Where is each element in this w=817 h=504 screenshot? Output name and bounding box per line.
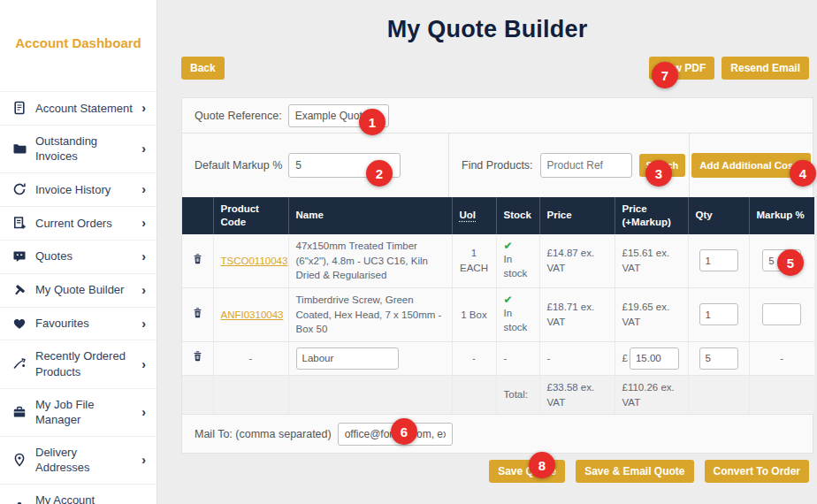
markup-input[interactable] [762, 303, 801, 325]
annotation-badge-2: 2 [366, 160, 393, 187]
table-row: TSCO0110043 47x150mm Treated Timber (6"x… [182, 234, 814, 288]
column-header-price-markup: Price (+Markup) [615, 197, 688, 234]
controls-row: Default Markup % Find Products: Search A… [182, 134, 813, 197]
product-code-link[interactable]: ANFI0310043 [221, 309, 284, 320]
resend-email-button[interactable]: Resend Email [722, 57, 809, 80]
sidebar-item-label: My Quote Builder [35, 282, 133, 298]
uoi-cell: 1 EACH [452, 234, 496, 288]
sidebar-item-account-statement[interactable]: Account Statement › [0, 91, 157, 125]
save-email-quote-button[interactable]: Save & Email Quote [576, 460, 693, 483]
annotation-badge-8: 8 [529, 452, 555, 478]
convert-to-order-button[interactable]: Convert To Order [705, 460, 809, 483]
product-name-cell: 47x150mm Treated Timber (6"x2"), 4.8m - … [288, 234, 452, 288]
trash-icon[interactable] [192, 310, 203, 321]
price-cell: £14.87 ex. VAT [539, 234, 615, 288]
sidebar-item-current-orders[interactable]: Current Orders › [0, 206, 157, 240]
trash-icon[interactable] [192, 354, 203, 364]
chevron-right-icon: › [141, 452, 146, 469]
chevron-right-icon: › [141, 141, 146, 157]
chevron-right-icon: › [141, 181, 146, 198]
price-markup-cell: £ [615, 341, 688, 375]
chevron-right-icon: › [141, 500, 146, 504]
sidebar-item-my-job-file-manager[interactable]: My Job File Manager › [0, 388, 157, 436]
default-markup-group: Default Markup % [182, 134, 449, 197]
sidebar-item-favourites[interactable]: Favourites › [0, 307, 157, 340]
sidebar: Account Dashboard Account Statement › Ou… [0, 0, 157, 504]
chevron-right-icon: › [141, 404, 146, 421]
custom-item-name-input[interactable] [296, 347, 399, 370]
uoi-cell: 1 Box [452, 287, 496, 341]
heart-icon [12, 317, 27, 331]
column-header-product-code: Product Code [213, 197, 288, 234]
find-products-label: Find Products: [462, 159, 533, 172]
sidebar-item-label: Quotes [35, 248, 133, 264]
sidebar-item-recently-ordered-products[interactable]: Recently Ordered Products › [0, 340, 157, 387]
actions-bar: Save Quote Save & Email Quote Convert To… [157, 460, 809, 483]
current-orders-icon [12, 216, 27, 230]
qty-input[interactable] [699, 303, 738, 325]
table-row: - - - - £ - [182, 341, 814, 375]
annotation-badge-7: 7 [652, 62, 678, 88]
quote-items-table: Product Code Name UoI Stock Price Price … [182, 197, 814, 414]
chevron-right-icon: › [141, 356, 146, 373]
qty-input[interactable] [699, 249, 738, 271]
chevron-right-icon: › [141, 100, 146, 117]
price-cell: - [539, 341, 615, 375]
sidebar-item-outstanding-invoices[interactable]: Outstanding Invoices › [0, 125, 157, 172]
column-header-price: Price [539, 197, 615, 234]
back-button[interactable]: Back [181, 57, 225, 80]
sidebar-item-label: Recently Ordered Products [35, 348, 133, 379]
price-markup-cell: £15.61 ex. VAT [615, 234, 688, 288]
trash-icon[interactable] [192, 256, 203, 267]
default-markup-label: Default Markup % [195, 159, 282, 172]
price-cell: £18.71 ex. VAT [539, 287, 615, 341]
sidebar-item-my-quote-builder[interactable]: My Quote Builder › [0, 273, 157, 307]
sidebar-item-label: My Account Details [35, 493, 133, 504]
annotation-badge-1: 1 [359, 109, 386, 135]
chevron-right-icon: › [141, 282, 146, 299]
recently-ordered-icon [12, 357, 27, 371]
mail-to-label: Mail To: (comma separated) [195, 428, 332, 440]
total-price: £33.58 ex. VAT [539, 375, 615, 414]
sidebar-item-delivery-addresses[interactable]: Delivery Addresses › [0, 436, 157, 484]
table-row: ANFI0310043 Timberdrive Screw, Green Coa… [182, 287, 814, 341]
sidebar-item-invoice-history[interactable]: Invoice History › [0, 172, 157, 206]
hammer-icon [12, 283, 27, 297]
sidebar-item-quotes[interactable]: Quotes › [0, 240, 157, 273]
find-products-input[interactable] [540, 153, 632, 178]
check-icon: ✔ [504, 294, 532, 306]
price-markup-cell: £19.65 ex. VAT [615, 287, 688, 341]
chevron-right-icon: › [141, 316, 146, 332]
sidebar-item-label: My Job File Manager [35, 397, 133, 428]
mail-to-row: Mail To: (comma separated) [182, 414, 813, 453]
sidebar-item-label: Invoice History [35, 182, 133, 198]
toolbar: Back View PDF Resend Email [157, 57, 817, 80]
chevron-right-icon: › [141, 215, 146, 232]
annotation-badge-6: 6 [391, 418, 417, 445]
sidebar-item-label: Account Statement [35, 101, 133, 117]
total-row: Total: £33.58 ex. VAT £110.26 ex. VAT [182, 375, 814, 414]
sidebar-item-label: Delivery Addresses [35, 445, 133, 476]
delete-row-cell [182, 341, 213, 375]
person-icon [12, 500, 27, 504]
stock-cell: ✔ In stock [496, 234, 539, 288]
markup-cell: - [749, 341, 814, 375]
product-name-cell: Timberdrive Screw, Green Coated, Hex Hea… [288, 287, 452, 341]
column-header-name: Name [288, 197, 452, 234]
product-code-link[interactable]: TSCO0110043 [221, 256, 288, 266]
check-icon: ✔ [504, 241, 532, 252]
sidebar-item-my-account-details[interactable]: My Account Details › [0, 484, 157, 504]
column-header-markup: Markup % [749, 197, 814, 234]
invoice-history-icon [12, 182, 27, 196]
custom-price-input[interactable] [630, 347, 679, 370]
sidebar-item-label: Current Orders [35, 216, 133, 232]
main-content: My Quote Builder Back View PDF Resend Em… [157, 0, 817, 504]
annotation-badge-4: 4 [790, 160, 816, 187]
account-statement-icon [12, 101, 27, 115]
qty-input[interactable] [699, 347, 738, 370]
stock-cell: ✔ In stock [496, 287, 539, 341]
total-price-markup: £110.26 ex. VAT [615, 375, 688, 414]
delete-row-cell [182, 287, 213, 341]
uoi-cell: - [452, 341, 496, 375]
delete-row-cell [182, 234, 213, 288]
